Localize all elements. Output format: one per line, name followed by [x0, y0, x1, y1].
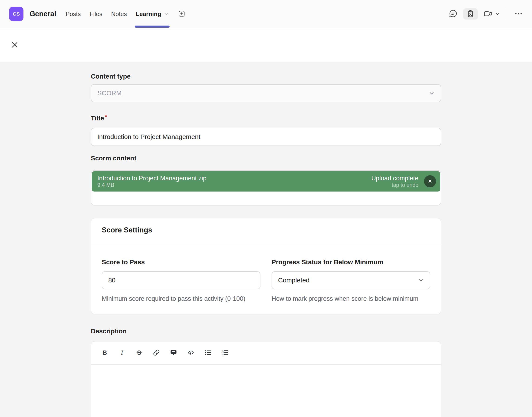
more-options-button[interactable]	[514, 9, 523, 19]
score-to-pass-field: Score to Pass Minimum score required to …	[102, 258, 260, 303]
upload-status: Upload complete tap to undo	[371, 175, 418, 188]
score-to-pass-helper: Minimum score required to pass this acti…	[102, 294, 260, 303]
ellipsis-icon	[514, 9, 523, 19]
title-input[interactable]	[91, 128, 441, 146]
channel-header: GS General Posts Files Notes Learning	[0, 0, 532, 28]
bullet-list-icon	[204, 349, 212, 357]
tab-notes[interactable]: Notes	[111, 0, 127, 28]
score-settings-heading: Score Settings	[102, 226, 430, 235]
tab-posts[interactable]: Posts	[65, 0, 81, 28]
comment-button[interactable]	[170, 349, 177, 357]
channel-name: General	[30, 10, 56, 18]
bold-glyph: B	[102, 349, 107, 356]
numbered-list-icon: 123	[221, 349, 229, 357]
chat-button[interactable]	[448, 9, 458, 19]
italic-glyph: I	[121, 349, 123, 356]
title-label-text: Title	[91, 115, 104, 122]
score-settings-card: Score Settings Score to Pass Minimum sco…	[91, 218, 441, 314]
close-icon	[428, 178, 433, 184]
content-type-label: Content type	[91, 73, 441, 80]
upload-complete-bar[interactable]: Introduction to Project Management.zip 9…	[92, 171, 440, 191]
meet-button-group	[483, 9, 501, 19]
bullet-list-button[interactable]	[204, 349, 212, 357]
upload-file-size: 9.4 MB	[97, 182, 206, 188]
description-text-area[interactable]	[91, 365, 441, 417]
panel-header	[0, 28, 532, 62]
description-label: Description	[91, 327, 441, 335]
description-group: Description B I S	[91, 327, 441, 417]
header-actions	[448, 8, 523, 20]
tab-learning-label: Learning	[136, 10, 161, 18]
scorm-content-group: Scorm content Introduction to Project Ma…	[91, 154, 441, 206]
scorm-content-label: Scorm content	[91, 154, 441, 162]
link-button[interactable]	[152, 349, 160, 357]
progress-status-value: Completed	[278, 277, 309, 284]
score-to-pass-input[interactable]	[102, 271, 260, 289]
header-divider	[507, 9, 507, 19]
required-asterisk: *	[105, 114, 107, 120]
strikethrough-button[interactable]: S	[135, 349, 143, 357]
add-tab-button[interactable]	[178, 10, 185, 18]
comment-icon	[170, 349, 177, 357]
description-editor: B I S	[91, 341, 441, 417]
meet-options-button[interactable]	[495, 11, 501, 17]
score-settings-body: Score to Pass Minimum score required to …	[91, 244, 441, 314]
strikethrough-icon: S	[135, 349, 143, 357]
tab-notes-label: Notes	[111, 10, 127, 18]
content-type-value: SCORM	[97, 90, 122, 97]
title-label: Title*	[91, 113, 441, 122]
tab-files[interactable]: Files	[90, 0, 102, 28]
progress-status-helper: How to mark progress when score is below…	[272, 294, 430, 303]
upload-file-info: Introduction to Project Management.zip 9…	[97, 175, 206, 188]
progress-status-label: Progress Status for Below Minimum	[272, 258, 430, 266]
add-tab-icon	[178, 10, 185, 18]
close-button[interactable]	[11, 41, 18, 49]
italic-button[interactable]: I	[118, 349, 126, 357]
bold-button[interactable]: B	[101, 349, 109, 357]
scorm-form: Content type SCORM Title* Scorm content …	[91, 62, 441, 417]
progress-status-field: Progress Status for Below Minimum Comple…	[272, 258, 430, 303]
title-group: Title*	[91, 113, 441, 146]
italic-icon: I	[118, 349, 126, 357]
content-type-group: Content type SCORM	[91, 73, 441, 102]
tab-posts-label: Posts	[65, 10, 81, 18]
remove-upload-button[interactable]	[424, 175, 436, 187]
tab-files-label: Files	[90, 10, 102, 18]
chevron-down-icon	[164, 11, 169, 17]
score-settings-header: Score Settings	[91, 218, 441, 244]
link-icon	[153, 349, 160, 357]
roster-button[interactable]	[463, 8, 478, 20]
roster-icon	[466, 10, 475, 19]
upload-undo-hint: tap to undo	[371, 182, 418, 188]
tab-learning[interactable]: Learning	[136, 0, 169, 28]
upload-status-text: Upload complete	[371, 175, 418, 182]
channel-tabs: Posts Files Notes Learning	[61, 0, 173, 28]
svg-text:3: 3	[222, 354, 224, 356]
chevron-down-icon	[418, 277, 424, 284]
team-initials: GS	[13, 11, 20, 17]
content-type-select[interactable]: SCORM	[91, 84, 441, 102]
score-to-pass-label: Score to Pass	[102, 258, 260, 266]
code-icon	[187, 349, 194, 357]
close-icon	[11, 41, 18, 49]
upload-file-name: Introduction to Project Management.zip	[97, 175, 206, 182]
code-button[interactable]	[187, 349, 195, 357]
chevron-down-icon	[495, 11, 501, 17]
editor-toolbar: B I S	[91, 342, 441, 365]
team-avatar[interactable]: GS	[9, 7, 23, 21]
progress-status-select[interactable]: Completed	[272, 271, 430, 289]
chat-icon	[448, 9, 458, 19]
upload-card: Introduction to Project Management.zip 9…	[91, 170, 441, 206]
video-camera-icon	[483, 9, 492, 19]
numbered-list-button[interactable]: 123	[221, 349, 229, 357]
bold-icon: B	[101, 349, 109, 357]
meet-now-button[interactable]	[483, 9, 492, 19]
chevron-down-icon	[428, 90, 435, 97]
